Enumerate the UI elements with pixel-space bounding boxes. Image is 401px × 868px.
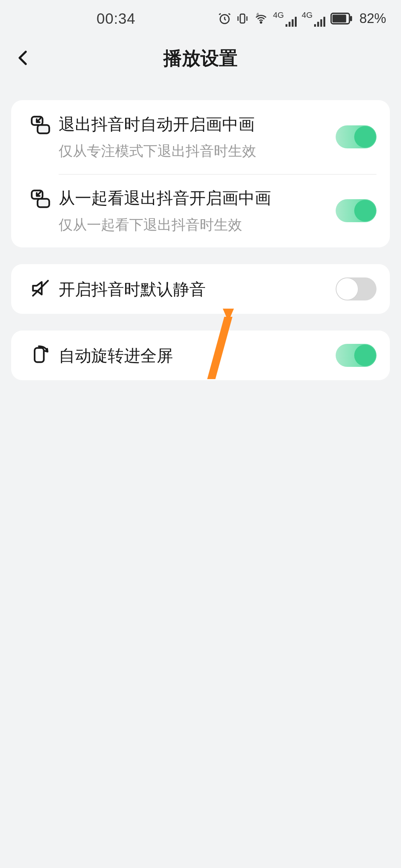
- svg-rect-12: [35, 348, 44, 362]
- setting-row-exit-pip[interactable]: 退出抖音时自动开启画中画 仅从专注模式下退出抖音时生效: [11, 100, 390, 174]
- status-right-cluster: 6 4G 4G 82%: [218, 10, 386, 27]
- toggle-watch-together-pip[interactable]: [336, 199, 376, 222]
- setting-row-default-mute[interactable]: 开启抖音时默认静音: [11, 264, 390, 314]
- toggle-exit-pip[interactable]: [336, 125, 376, 148]
- back-button[interactable]: [8, 43, 38, 73]
- header: 播放设置: [0, 34, 401, 82]
- toggle-auto-rotate-fullscreen[interactable]: [336, 344, 376, 367]
- content: 退出抖音时自动开启画中画 仅从专注模式下退出抖音时生效 从一起看退出抖音开启画中…: [11, 100, 390, 397]
- status-bar: 00:34 6 4G 4G: [0, 0, 401, 37]
- setting-label: 自动旋转进全屏: [59, 345, 328, 366]
- alarm-icon: [218, 12, 231, 25]
- settings-card-pip: 退出抖音时自动开启画中画 仅从专注模式下退出抖音时生效 从一起看退出抖音开启画中…: [11, 100, 390, 247]
- pip-icon: [30, 115, 50, 137]
- setting-label: 从一起看退出抖音开启画中画: [59, 187, 328, 208]
- page-title: 播放设置: [0, 46, 401, 71]
- setting-label: 退出抖音时自动开启画中画: [59, 114, 328, 135]
- settings-card-mute: 开启抖音时默认静音: [11, 264, 390, 314]
- rotate-icon: [30, 345, 50, 366]
- pip-icon: [30, 189, 50, 210]
- signal-4g-2-icon: 4G: [302, 10, 326, 27]
- settings-card-rotate: 自动旋转进全屏: [11, 331, 390, 380]
- svg-rect-8: [38, 125, 49, 134]
- svg-rect-6: [350, 16, 352, 21]
- wifi-icon: 6: [254, 12, 268, 25]
- svg-rect-5: [332, 14, 346, 22]
- toggle-default-mute[interactable]: [336, 277, 376, 300]
- setting-sub: 仅从专注模式下退出抖音时生效: [59, 142, 328, 160]
- svg-point-3: [260, 22, 262, 23]
- mute-icon: [30, 278, 50, 300]
- status-time: 00:34: [97, 10, 136, 27]
- setting-label: 开启抖音时默认静音: [59, 279, 328, 300]
- svg-rect-10: [38, 199, 49, 207]
- setting-row-auto-rotate-fullscreen[interactable]: 自动旋转进全屏: [11, 331, 390, 380]
- svg-rect-1: [240, 14, 245, 23]
- battery-percent: 82%: [359, 11, 386, 26]
- battery-icon: [330, 13, 353, 24]
- setting-sub: 仅从一起看下退出抖音时生效: [59, 216, 328, 234]
- signal-4g-1-icon: 4G: [273, 10, 297, 27]
- vibrate-icon: [236, 12, 249, 25]
- setting-row-watch-together-pip[interactable]: 从一起看退出抖音开启画中画 仅从一起看下退出抖音时生效: [11, 174, 390, 248]
- chevron-left-icon: [15, 47, 31, 70]
